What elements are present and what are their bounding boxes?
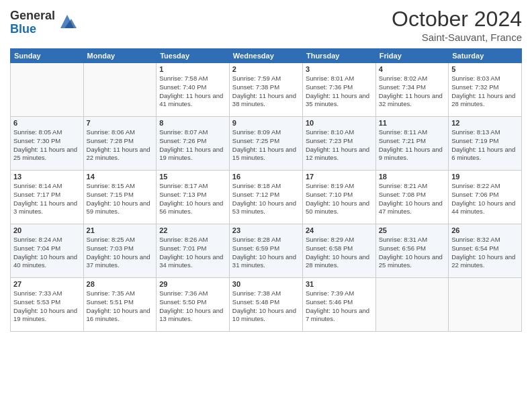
- sunrise-text: Sunrise: 8:32 AM: [451, 236, 500, 243]
- logo-blue: Blue: [10, 23, 55, 36]
- sunrise-text: Sunrise: 8:19 AM: [306, 182, 354, 189]
- daylight-text: Daylight: 10 hours and 37 minutes.: [87, 253, 150, 269]
- day-number: 2: [232, 65, 300, 73]
- calendar-week-row: 6Sunrise: 8:05 AMSunset: 7:30 PMDaylight…: [11, 117, 522, 171]
- daylight-text: Daylight: 11 hours and 32 minutes.: [379, 92, 443, 108]
- day-number: 1: [159, 65, 226, 73]
- sunset-text: Sunset: 7:10 PM: [306, 191, 353, 198]
- daylight-text: Daylight: 10 hours and 19 minutes.: [13, 307, 77, 323]
- daylight-text: Daylight: 11 hours and 41 minutes.: [159, 92, 223, 108]
- calendar-cell: 11Sunrise: 8:11 AMSunset: 7:21 PMDayligh…: [375, 117, 448, 171]
- day-number: 16: [232, 173, 300, 181]
- daylight-text: Daylight: 10 hours and 50 minutes.: [306, 199, 369, 216]
- calendar-week-row: 27Sunrise: 7:33 AMSunset: 5:53 PMDayligh…: [11, 278, 522, 332]
- day-info: Sunrise: 8:28 AMSunset: 6:59 PMDaylight:…: [232, 236, 300, 270]
- header-friday: Friday: [375, 49, 448, 63]
- day-info: Sunrise: 8:24 AMSunset: 7:04 PMDaylight:…: [13, 236, 81, 270]
- sunset-text: Sunset: 7:32 PM: [451, 83, 498, 91]
- day-info: Sunrise: 7:33 AMSunset: 5:53 PMDaylight:…: [13, 289, 81, 324]
- sunset-text: Sunset: 7:34 PM: [379, 83, 426, 91]
- daylight-text: Daylight: 11 hours and 22 minutes.: [87, 146, 150, 162]
- day-info: Sunrise: 8:03 AMSunset: 7:32 PMDaylight:…: [451, 75, 519, 109]
- sunrise-text: Sunrise: 8:28 AM: [232, 236, 281, 243]
- calendar-cell: 18Sunrise: 8:21 AMSunset: 7:08 PMDayligh…: [375, 171, 448, 224]
- sunset-text: Sunset: 5:48 PM: [232, 298, 279, 306]
- sunset-text: Sunset: 7:04 PM: [13, 244, 60, 252]
- sunrise-text: Sunrise: 8:25 AM: [87, 236, 135, 243]
- day-number: 11: [379, 119, 445, 127]
- calendar-cell: 4Sunrise: 8:02 AMSunset: 7:34 PMDaylight…: [375, 63, 448, 117]
- daylight-text: Daylight: 10 hours and 59 minutes.: [87, 199, 150, 216]
- sunrise-text: Sunrise: 8:07 AM: [159, 128, 208, 136]
- calendar-week-row: 13Sunrise: 8:14 AMSunset: 7:17 PMDayligh…: [11, 171, 522, 224]
- sunset-text: Sunset: 7:08 PM: [379, 191, 426, 198]
- header-thursday: Thursday: [302, 49, 375, 63]
- day-number: 12: [451, 119, 519, 127]
- sunset-text: Sunset: 5:46 PM: [306, 298, 353, 306]
- day-number: 31: [306, 280, 373, 288]
- day-number: 9: [232, 119, 300, 127]
- sunrise-text: Sunrise: 8:06 AM: [87, 128, 135, 136]
- daylight-text: Daylight: 11 hours and 15 minutes.: [232, 146, 296, 162]
- calendar-cell: 25Sunrise: 8:31 AMSunset: 6:56 PMDayligh…: [375, 224, 448, 278]
- logo-general: General: [10, 9, 55, 23]
- calendar-cell: 31Sunrise: 7:39 AMSunset: 5:46 PMDayligh…: [302, 278, 375, 332]
- calendar-cell: 22Sunrise: 8:26 AMSunset: 7:01 PMDayligh…: [157, 224, 230, 278]
- calendar-cell: [449, 278, 522, 332]
- calendar-header-row: Sunday Monday Tuesday Wednesday Thursday…: [11, 49, 522, 63]
- sunset-text: Sunset: 7:01 PM: [159, 244, 206, 252]
- calendar-cell: 27Sunrise: 7:33 AMSunset: 5:53 PMDayligh…: [11, 278, 84, 332]
- sunrise-text: Sunrise: 8:10 AM: [306, 128, 354, 136]
- sunset-text: Sunset: 7:28 PM: [87, 137, 134, 144]
- day-info: Sunrise: 8:29 AMSunset: 6:58 PMDaylight:…: [306, 236, 373, 270]
- daylight-text: Daylight: 11 hours and 19 minutes.: [159, 146, 223, 162]
- day-number: 20: [13, 226, 81, 234]
- daylight-text: Daylight: 10 hours and 31 minutes.: [232, 253, 296, 269]
- daylight-text: Daylight: 11 hours and 9 minutes.: [379, 146, 443, 162]
- header-saturday: Saturday: [449, 49, 522, 63]
- calendar-cell: 7Sunrise: 8:06 AMSunset: 7:28 PMDaylight…: [83, 117, 157, 171]
- calendar-cell: 3Sunrise: 8:01 AMSunset: 7:36 PMDaylight…: [302, 63, 375, 117]
- day-info: Sunrise: 8:18 AMSunset: 7:12 PMDaylight:…: [232, 182, 300, 216]
- sunrise-text: Sunrise: 7:36 AM: [159, 289, 208, 297]
- sunset-text: Sunset: 7:15 PM: [87, 191, 134, 198]
- calendar-cell: 20Sunrise: 8:24 AMSunset: 7:04 PMDayligh…: [11, 224, 84, 278]
- calendar-cell: 15Sunrise: 8:17 AMSunset: 7:13 PMDayligh…: [157, 171, 230, 224]
- header-sunday: Sunday: [11, 49, 84, 63]
- calendar-cell: 6Sunrise: 8:05 AMSunset: 7:30 PMDaylight…: [11, 117, 84, 171]
- sunset-text: Sunset: 7:36 PM: [306, 83, 353, 91]
- sunrise-text: Sunrise: 8:17 AM: [159, 182, 208, 189]
- calendar-cell: 23Sunrise: 8:28 AMSunset: 6:59 PMDayligh…: [229, 224, 302, 278]
- day-number: 24: [306, 226, 373, 234]
- sunrise-text: Sunrise: 8:02 AM: [379, 75, 427, 82]
- day-number: 27: [13, 280, 81, 288]
- sunset-text: Sunset: 7:13 PM: [159, 191, 206, 198]
- day-info: Sunrise: 8:05 AMSunset: 7:30 PMDaylight:…: [13, 128, 81, 163]
- calendar-cell: [11, 63, 84, 117]
- day-number: 28: [87, 280, 154, 288]
- day-info: Sunrise: 8:17 AMSunset: 7:13 PMDaylight:…: [159, 182, 226, 216]
- sunrise-text: Sunrise: 8:26 AM: [159, 236, 208, 243]
- calendar-cell: 26Sunrise: 8:32 AMSunset: 6:54 PMDayligh…: [449, 224, 522, 278]
- sunset-text: Sunset: 7:30 PM: [13, 137, 60, 144]
- calendar-cell: 24Sunrise: 8:29 AMSunset: 6:58 PMDayligh…: [302, 224, 375, 278]
- sunset-text: Sunset: 7:38 PM: [232, 83, 279, 91]
- sunset-text: Sunset: 7:03 PM: [87, 244, 134, 252]
- daylight-text: Daylight: 10 hours and 34 minutes.: [159, 253, 223, 269]
- day-info: Sunrise: 8:31 AMSunset: 6:56 PMDaylight:…: [379, 236, 445, 270]
- day-number: 3: [306, 65, 373, 73]
- day-info: Sunrise: 7:35 AMSunset: 5:51 PMDaylight:…: [87, 289, 154, 324]
- day-info: Sunrise: 8:13 AMSunset: 7:19 PMDaylight:…: [451, 128, 519, 163]
- sunset-text: Sunset: 7:21 PM: [379, 137, 426, 144]
- day-info: Sunrise: 7:39 AMSunset: 5:46 PMDaylight:…: [306, 289, 373, 324]
- sunset-text: Sunset: 5:53 PM: [13, 298, 60, 306]
- sunset-text: Sunset: 7:25 PM: [232, 137, 279, 144]
- sunset-text: Sunset: 7:23 PM: [306, 137, 353, 144]
- day-info: Sunrise: 8:14 AMSunset: 7:17 PMDaylight:…: [13, 182, 81, 216]
- calendar-cell: 13Sunrise: 8:14 AMSunset: 7:17 PMDayligh…: [11, 171, 84, 224]
- day-info: Sunrise: 8:10 AMSunset: 7:23 PMDaylight:…: [306, 128, 373, 163]
- day-number: 30: [232, 280, 300, 288]
- day-number: 25: [379, 226, 445, 234]
- location-title: Saint-Sauvant, France: [392, 32, 522, 43]
- calendar-table: Sunday Monday Tuesday Wednesday Thursday…: [10, 48, 522, 332]
